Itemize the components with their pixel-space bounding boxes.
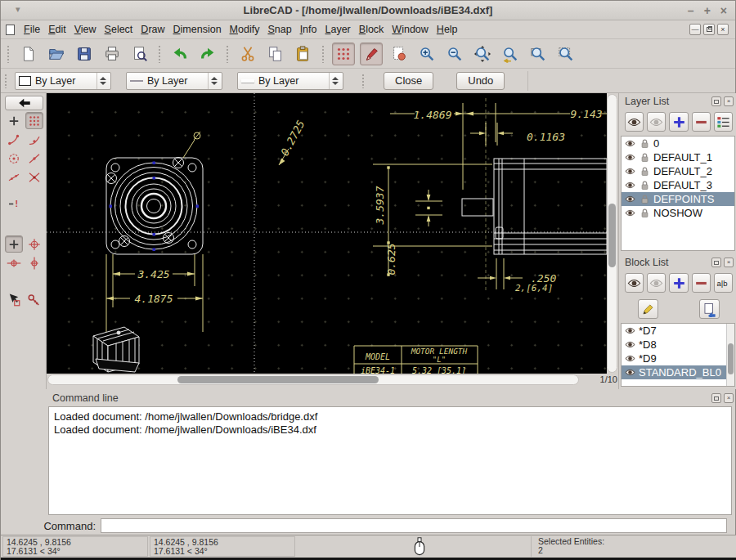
cut-button[interactable] <box>236 43 259 65</box>
layer-row-default_2[interactable]: DEFAULT_2 <box>622 164 734 178</box>
vertical-scrollbar[interactable] <box>607 94 617 373</box>
menu-snap[interactable]: Snap <box>263 21 295 38</box>
draw-order-button[interactable] <box>388 43 411 65</box>
layer-visibility-eye-icon[interactable] <box>624 137 636 150</box>
layer-attributes-button[interactable] <box>714 112 733 132</box>
layer-visibility-eye-icon[interactable] <box>624 207 636 219</box>
color-combobox[interactable]: By Layer <box>15 72 111 90</box>
combo-spin-arrows[interactable] <box>96 73 109 89</box>
title-bar[interactable]: ▾ LibreCAD - [/home/jlwallen/Downloads/i… <box>1 1 735 20</box>
toolbar-handle[interactable] <box>158 45 162 63</box>
layer-lock-icon[interactable] <box>639 193 651 205</box>
snap-on-entity[interactable] <box>25 131 43 148</box>
layer-lock-icon[interactable] <box>639 151 651 164</box>
block-add-button[interactable] <box>669 273 688 293</box>
block-remove-button[interactable] <box>692 273 711 293</box>
layer-visibility-eye-icon[interactable] <box>624 165 636 177</box>
block-insert-button[interactable] <box>699 299 720 319</box>
auto-zoom-button[interactable] <box>471 43 494 65</box>
block-hide-all-button[interactable] <box>647 273 666 293</box>
menu-file[interactable]: File <box>20 21 44 38</box>
menu-modify[interactable]: Modify <box>226 21 264 38</box>
toolbar-handle[interactable] <box>226 45 230 63</box>
command-history[interactable]: Loaded document: /home/jlwallen/Download… <box>48 406 732 515</box>
toolbar-handle[interactable] <box>321 45 325 63</box>
snap-intersection[interactable] <box>25 168 43 186</box>
block-edit-button[interactable] <box>638 299 658 319</box>
snap-grid[interactable] <box>25 112 43 129</box>
menu-window[interactable]: Window <box>388 21 432 38</box>
layer-remove-button[interactable] <box>692 112 711 132</box>
block-visibility-eye-icon[interactable] <box>624 338 636 351</box>
save-button[interactable] <box>73 43 96 65</box>
zoom-previous-button[interactable] <box>499 43 522 65</box>
snap-free[interactable] <box>5 112 23 129</box>
block-dock-float-icon[interactable] <box>711 258 721 267</box>
undo-action-button[interactable]: Undo <box>456 72 505 90</box>
mdi-minimize-button[interactable]: — <box>689 24 701 35</box>
horizontal-scrollbar[interactable] <box>47 374 579 385</box>
draft-mode-toggle[interactable] <box>360 43 383 65</box>
block-scroll-thumb[interactable] <box>728 343 734 374</box>
maximize-button[interactable]: + <box>704 2 711 19</box>
lock-relative-zero[interactable] <box>25 235 43 253</box>
block-row-d9[interactable]: *D9 <box>622 352 734 365</box>
minimize-button[interactable]: – <box>688 2 694 19</box>
block-dock-close-icon[interactable]: × <box>724 258 734 267</box>
print-preview-button[interactable] <box>128 43 151 65</box>
zoom-window-button[interactable] <box>527 43 550 65</box>
vscroll-thumb[interactable] <box>608 204 616 267</box>
command-dock-close-icon[interactable]: × <box>724 393 734 403</box>
layer-row-default_1[interactable]: DEFAULT_1 <box>622 150 734 164</box>
back-button[interactable] <box>5 96 43 110</box>
combo-spin-arrows[interactable] <box>208 73 220 89</box>
block-visibility-eye-icon[interactable] <box>624 366 636 379</box>
layer-hide-all-button[interactable] <box>647 112 666 132</box>
menu-view[interactable]: View <box>70 21 101 38</box>
zoom-pan-button[interactable] <box>554 43 577 65</box>
relative-zero-horizontal[interactable] <box>5 254 23 271</box>
mdi-restore-button[interactable] <box>703 24 715 35</box>
layer-row-defpoints[interactable]: DEFPOINTS <box>622 192 734 206</box>
copy-button[interactable] <box>264 43 287 65</box>
layer-lock-icon[interactable] <box>639 179 651 191</box>
menu-help[interactable]: Help <box>433 21 462 38</box>
paste-button[interactable] <box>292 43 315 65</box>
layer-visibility-eye-icon[interactable] <box>624 151 636 164</box>
layer-add-button[interactable] <box>669 112 688 132</box>
layer-lock-icon[interactable] <box>639 137 651 150</box>
menu-edit[interactable]: Edit <box>44 21 70 38</box>
redo-button[interactable] <box>196 43 219 65</box>
block-row-d8[interactable]: *D8 <box>622 338 734 352</box>
new-button[interactable] <box>17 43 40 65</box>
block-visibility-eye-icon[interactable] <box>624 352 636 365</box>
snap-endpoint[interactable] <box>5 131 23 148</box>
menu-dimension[interactable]: Dimension <box>169 21 226 38</box>
snap-center[interactable] <box>5 150 23 167</box>
mdi-close-button[interactable]: × <box>717 24 729 35</box>
block-row-standard_bl0[interactable]: STANDARD_BL0 <box>622 365 734 379</box>
close-button[interactable]: × <box>720 2 727 19</box>
block-show-all-button[interactable] <box>625 273 644 293</box>
layer-visibility-eye-icon[interactable] <box>624 179 636 191</box>
layer-row-noshow[interactable]: NOSHOW <box>622 206 734 220</box>
width-combobox[interactable]: By Layer <box>126 72 222 90</box>
toolbar-handle[interactable] <box>4 74 8 88</box>
command-dock-float-icon[interactable] <box>711 393 721 403</box>
zoom-out-button[interactable] <box>443 43 466 65</box>
close-action-button[interactable]: Close <box>384 72 433 90</box>
snap-distance[interactable] <box>5 168 23 186</box>
layer-row-default_3[interactable]: DEFAULT_3 <box>622 178 734 192</box>
hscroll-thumb[interactable] <box>177 376 379 383</box>
block-list-scrollbar[interactable] <box>726 324 734 386</box>
unlock-entity-button[interactable] <box>25 291 43 308</box>
command-input[interactable] <box>101 518 727 533</box>
layer-show-all-button[interactable] <box>625 112 644 132</box>
layer-row-0[interactable]: 0 <box>622 137 734 150</box>
zoom-in-button[interactable] <box>415 43 438 65</box>
menu-select[interactable]: Select <box>101 21 137 38</box>
restrict-nothing[interactable] <box>5 194 23 211</box>
menu-layer[interactable]: Layer <box>321 21 355 38</box>
relative-zero-vertical[interactable] <box>25 254 43 271</box>
menu-block[interactable]: Block <box>355 21 388 38</box>
